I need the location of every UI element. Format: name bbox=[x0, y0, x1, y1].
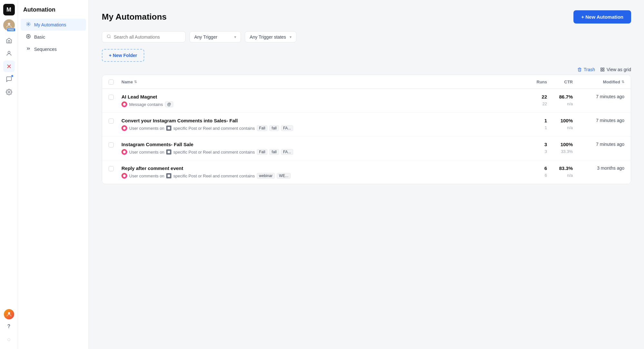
row-2-content: Convert your Instagram Comments into Sal… bbox=[121, 118, 521, 131]
row-2-tag-fa: FA... bbox=[281, 125, 293, 131]
main-content: My Automations + New Automation Any Trig… bbox=[89, 0, 644, 349]
new-folder-button[interactable]: + New Folder bbox=[102, 49, 144, 62]
app-logo: M bbox=[3, 4, 15, 15]
svg-rect-16 bbox=[168, 151, 170, 153]
free-badge: FREE bbox=[7, 28, 15, 32]
row-4-trigger-text: User comments on bbox=[129, 174, 164, 178]
sidebar-item-my-automations[interactable]: My Automations bbox=[21, 19, 86, 31]
row-3-tag-fall2: fall bbox=[269, 149, 279, 155]
search-box[interactable] bbox=[102, 31, 186, 42]
row-3-checkbox-wrap[interactable] bbox=[109, 142, 121, 155]
row-2-trigger-icon bbox=[121, 125, 127, 131]
actions-row: Trash View as grid bbox=[102, 67, 631, 72]
row-3-runs: 3 3 bbox=[521, 142, 547, 155]
col-header-name[interactable]: Name ⇅ bbox=[121, 79, 521, 85]
svg-point-12 bbox=[123, 103, 126, 106]
row-4-runs-sub: 6 bbox=[545, 173, 547, 178]
row-2-runs: 1 1 bbox=[521, 118, 547, 131]
trigger-filter-label: Any Trigger bbox=[194, 34, 217, 40]
row-2-name: Convert your Instagram Comments into Sal… bbox=[121, 118, 521, 123]
svg-rect-11 bbox=[603, 70, 604, 71]
table-row[interactable]: AI Lead Magnet Message contains @ 22 22 … bbox=[102, 89, 631, 113]
nav-settings-icon[interactable] bbox=[3, 86, 15, 98]
col-name-sort: ⇅ bbox=[134, 80, 137, 84]
row-1-runs-sub: 22 bbox=[543, 101, 547, 106]
trigger-states-filter[interactable]: Any Trigger states ▾ bbox=[245, 31, 296, 42]
trigger-filter[interactable]: Any Trigger ▾ bbox=[189, 31, 241, 42]
left-nav: M FREE ? ○ bbox=[0, 0, 18, 349]
svg-point-0 bbox=[8, 23, 10, 25]
trash-button[interactable]: Trash bbox=[577, 67, 595, 72]
row-3-modified-main: 7 minutes ago bbox=[596, 142, 624, 147]
svg-rect-14 bbox=[168, 127, 170, 129]
search-icon bbox=[107, 34, 111, 40]
row-1-checkbox[interactable] bbox=[109, 95, 114, 100]
nav-bottom: ? ○ bbox=[3, 309, 15, 345]
row-2-ctr: 100% n/a bbox=[547, 118, 573, 131]
row-3-ctr-main: 100% bbox=[561, 142, 573, 147]
row-4-checkbox[interactable] bbox=[109, 166, 114, 171]
table-row[interactable]: Instagram Comments- Fall Sale User comme… bbox=[102, 137, 631, 160]
row-3-post-thumb bbox=[166, 149, 171, 155]
row-3-name: Instagram Comments- Fall Sale bbox=[121, 142, 521, 147]
row-3-ctr: 100% 33.3% bbox=[547, 142, 573, 155]
row-3-tag-fall: Fall bbox=[257, 149, 267, 155]
row-2-modified: 7 minutes ago bbox=[573, 118, 624, 131]
nav-messages-icon[interactable] bbox=[3, 73, 15, 85]
search-input[interactable] bbox=[114, 34, 181, 40]
trigger-filter-chevron: ▾ bbox=[234, 35, 236, 39]
svg-rect-10 bbox=[601, 70, 602, 71]
select-all-checkbox-wrap[interactable] bbox=[109, 79, 121, 85]
help-icon[interactable]: ? bbox=[3, 321, 15, 332]
row-2-checkbox-wrap[interactable] bbox=[109, 118, 121, 131]
col-ctr-label: CTR bbox=[564, 80, 573, 84]
col-header-runs: Runs bbox=[521, 79, 547, 85]
row-3-trigger-text: User comments on bbox=[129, 150, 164, 155]
sidebar: Automation My Automations Basic Sequence… bbox=[18, 0, 89, 349]
col-header-ctr: CTR bbox=[547, 79, 573, 85]
row-2-checkbox[interactable] bbox=[109, 118, 114, 124]
svg-point-13 bbox=[123, 127, 126, 129]
svg-point-17 bbox=[123, 174, 126, 177]
svg-point-2 bbox=[8, 91, 10, 93]
nav-contacts-icon[interactable] bbox=[3, 48, 15, 59]
table-row[interactable]: Convert your Instagram Comments into Sal… bbox=[102, 113, 631, 137]
sidebar-item-sequences[interactable]: Sequences bbox=[21, 43, 86, 55]
svg-point-1 bbox=[8, 51, 10, 53]
sidebar-item-label-basic: Basic bbox=[34, 34, 45, 40]
sequences-icon bbox=[26, 46, 31, 52]
view-grid-button[interactable]: View as grid bbox=[600, 67, 631, 72]
user-avatar[interactable] bbox=[4, 309, 14, 319]
page-title: My Automations bbox=[102, 12, 167, 22]
row-3-checkbox[interactable] bbox=[109, 142, 114, 147]
nav-home-icon[interactable] bbox=[3, 35, 15, 46]
row-4-ctr-main: 83.3% bbox=[559, 165, 573, 171]
row-3-modified: 7 minutes ago bbox=[573, 142, 624, 155]
row-3-runs-main: 3 bbox=[544, 142, 547, 147]
new-automation-button[interactable]: + New Automation bbox=[573, 10, 631, 24]
row-1-modified: 7 minutes ago bbox=[573, 94, 624, 107]
row-1-trigger-icon bbox=[121, 101, 127, 107]
nav-avatar-wrap[interactable]: FREE bbox=[3, 19, 15, 31]
row-2-modified-main: 7 minutes ago bbox=[596, 118, 624, 123]
row-2-ctr-sub: n/a bbox=[567, 125, 573, 130]
row-4-ctr: 83.3% n/a bbox=[547, 165, 573, 179]
select-all-checkbox[interactable] bbox=[109, 80, 114, 85]
row-4-trigger-icon bbox=[121, 173, 127, 179]
row-2-tag-fall: Fall bbox=[257, 125, 267, 131]
col-runs-label: Runs bbox=[537, 80, 547, 84]
row-4-tag-webinar: webinar bbox=[257, 173, 275, 179]
row-4-trigger-text2: specific Post or Reel and comment contai… bbox=[173, 174, 255, 178]
row-4-checkbox-wrap[interactable] bbox=[109, 165, 121, 179]
row-1-tag-at: @ bbox=[165, 101, 173, 107]
sidebar-item-basic[interactable]: Basic bbox=[21, 31, 86, 43]
row-4-modified-main: 3 months ago bbox=[597, 165, 624, 171]
row-3-trigger-icon bbox=[121, 149, 127, 155]
col-header-modified[interactable]: Modified ⇅ bbox=[573, 79, 624, 85]
table-header: Name ⇅ Runs CTR Modified ⇅ bbox=[102, 75, 631, 89]
row-1-checkbox-wrap[interactable] bbox=[109, 94, 121, 107]
nav-integrations-icon[interactable] bbox=[3, 61, 15, 72]
svg-point-4 bbox=[28, 24, 29, 25]
table-row[interactable]: Reply after comment event User comments … bbox=[102, 160, 631, 184]
row-4-name: Reply after comment event bbox=[121, 165, 521, 171]
